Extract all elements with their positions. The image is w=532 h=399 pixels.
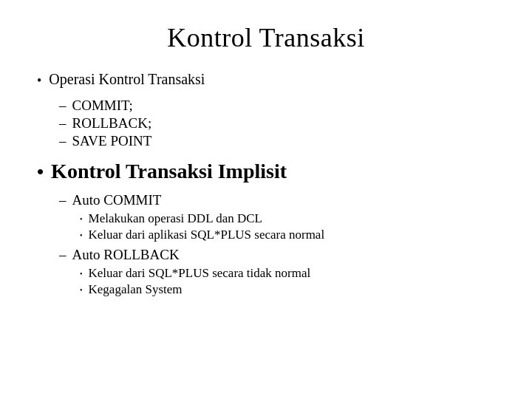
list-item: – Auto COMMIT xyxy=(59,192,495,208)
sub-bullet-1: • xyxy=(80,215,83,223)
auto-rollback-label: Auto ROLLBACK xyxy=(72,247,180,263)
section2-label: Kontrol Transaksi Implisit xyxy=(51,160,287,183)
bullet-symbol-2: • xyxy=(37,161,44,183)
savepoint-label: SAVE POINT xyxy=(72,133,152,149)
dash-icon-4: – xyxy=(59,192,66,208)
list-item: – SAVE POINT xyxy=(59,133,495,149)
auto-commit-items: • Melakukan operasi DDL dan DCL • Keluar… xyxy=(80,211,495,242)
list-item: • Keluar dari aplikasi SQL*PLUS secara n… xyxy=(80,228,495,242)
section2-bullet: • Kontrol Transaksi Implisit xyxy=(37,160,495,183)
auto-rollback-item2: Kegagalan System xyxy=(89,282,183,297)
list-item: • Keluar dari SQL*PLUS secara tidak norm… xyxy=(80,266,495,281)
section1-label: Operasi Kontrol Transaksi xyxy=(49,71,205,88)
list-item: – COMMIT; xyxy=(59,98,495,114)
section1-bullet: • Operasi Kontrol Transaksi xyxy=(37,71,495,89)
dash-icon-5: – xyxy=(59,247,66,263)
dash-icon-2: – xyxy=(59,115,66,132)
list-item: • Melakukan operasi DDL dan DCL xyxy=(80,211,495,226)
auto-rollback-item1: Keluar dari SQL*PLUS secara tidak normal xyxy=(89,266,311,281)
sub-bullet-4: • xyxy=(80,286,83,294)
rollback-label: ROLLBACK; xyxy=(72,115,152,132)
content-area: • Operasi Kontrol Transaksi – COMMIT; – … xyxy=(37,71,495,300)
section1-sublist: – COMMIT; – ROLLBACK; – SAVE POINT xyxy=(59,98,495,149)
auto-commit-label: Auto COMMIT xyxy=(72,192,162,208)
auto-commit-item2: Keluar dari aplikasi SQL*PLUS secara nor… xyxy=(89,228,325,242)
dash-icon-1: – xyxy=(59,98,66,114)
slide: Kontrol Transaksi • Operasi Kontrol Tran… xyxy=(0,0,532,399)
section2-sublist: – Auto COMMIT • Melakukan operasi DDL da… xyxy=(59,192,495,300)
bullet-symbol-1: • xyxy=(37,73,41,89)
slide-title: Kontrol Transaksi xyxy=(37,22,495,53)
sub-bullet-2: • xyxy=(80,231,83,239)
sub-bullet-3: • xyxy=(80,270,83,278)
list-item: – ROLLBACK; xyxy=(59,115,495,132)
auto-rollback-items: • Keluar dari SQL*PLUS secara tidak norm… xyxy=(80,266,495,297)
list-item: • Kegagalan System xyxy=(80,282,495,297)
auto-commit-item1: Melakukan operasi DDL dan DCL xyxy=(89,211,262,226)
dash-icon-3: – xyxy=(59,133,66,149)
list-item: – Auto ROLLBACK xyxy=(59,247,495,263)
commit-label: COMMIT; xyxy=(72,98,133,114)
